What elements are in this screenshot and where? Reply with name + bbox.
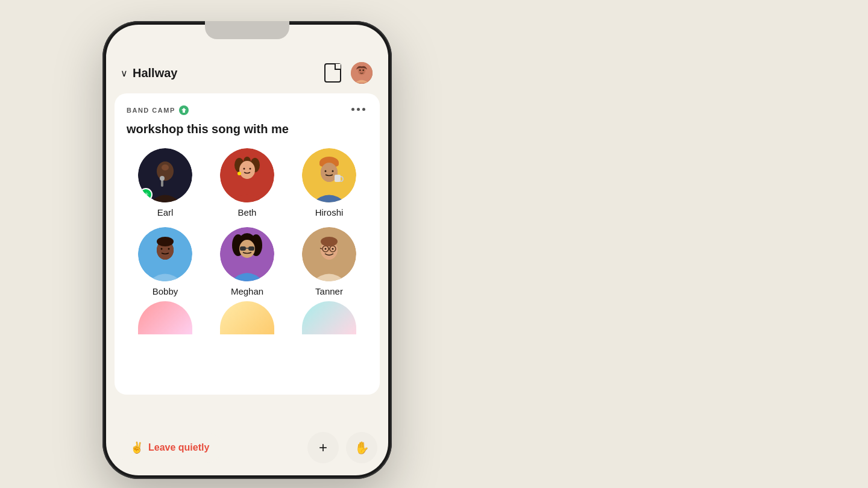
- card-header: BAND CAMP: [127, 105, 368, 115]
- portrait-hiroshi: [302, 148, 356, 202]
- bottom-right-buttons: + ✋: [307, 432, 377, 463]
- person-item-bobby[interactable]: Bobby: [127, 227, 204, 296]
- hand-icon: ✋: [354, 440, 370, 455]
- header-right: [324, 61, 374, 85]
- svg-point-6: [162, 164, 169, 170]
- chevron-down-icon[interactable]: ∨: [121, 67, 128, 79]
- avatar-beth: [220, 148, 274, 202]
- partial-people-row: [127, 301, 368, 334]
- avatar-bobby: [138, 227, 192, 281]
- portrait-meghan: [220, 227, 274, 281]
- people-grid: ✳ Earl: [127, 148, 368, 296]
- avatar-tanner: [302, 227, 356, 281]
- raise-hand-button[interactable]: ✋: [346, 432, 377, 463]
- add-icon: +: [319, 439, 327, 456]
- bottom-action-bar: ✌️ Leave quietly + ✋: [115, 432, 380, 463]
- svg-point-29: [161, 248, 163, 250]
- person-item-hiroshi[interactable]: Hiroshi: [291, 148, 368, 217]
- svg-point-48: [325, 248, 327, 250]
- svg-point-15: [237, 172, 241, 175]
- phone-mockup: ∨ Hallway: [102, 21, 392, 479]
- svg-point-23: [325, 170, 327, 172]
- portrait-bobby: [138, 227, 192, 281]
- svg-rect-25: [335, 175, 341, 182]
- svg-line-46: [320, 248, 322, 249]
- leave-label: Leave quietly: [148, 442, 209, 453]
- earl-badge: ✳: [139, 188, 153, 201]
- partial-person-3[interactable]: [291, 301, 368, 334]
- person-name-bobby: Bobby: [153, 286, 178, 296]
- dot2: [357, 108, 360, 111]
- dot1: [351, 108, 354, 111]
- app-header: ∨ Hallway: [106, 55, 388, 93]
- person-item-tanner[interactable]: Tanner: [291, 227, 368, 296]
- portrait-tanner: [302, 227, 356, 281]
- svg-point-50: [321, 237, 338, 246]
- phone-outer-shell: ∨ Hallway: [102, 21, 392, 479]
- app-title: Hallway: [133, 66, 177, 80]
- svg-point-31: [157, 237, 174, 246]
- card-label: BAND CAMP: [127, 107, 175, 114]
- svg-point-17: [250, 168, 251, 170]
- person-item-earl[interactable]: ✳ Earl: [127, 148, 204, 217]
- user-avatar[interactable]: [350, 61, 374, 85]
- main-card: BAND CAMP workshop this song with me: [115, 93, 380, 395]
- partial-avatar-2: [220, 301, 274, 334]
- avatar-meghan: [220, 227, 274, 281]
- svg-point-2: [359, 69, 361, 71]
- more-options-button[interactable]: [349, 105, 368, 113]
- phone-screen: ∨ Hallway: [106, 25, 388, 475]
- card-label-row: BAND CAMP: [127, 105, 189, 115]
- leave-quietly-button[interactable]: ✌️ Leave quietly: [117, 433, 222, 463]
- partial-avatar-3: [302, 301, 356, 334]
- person-name-hiroshi: Hiroshi: [315, 207, 344, 217]
- phone-notch: [205, 21, 289, 39]
- svg-point-3: [362, 69, 364, 71]
- add-button[interactable]: +: [307, 432, 339, 463]
- person-name-beth: Beth: [238, 207, 257, 217]
- home-svg: [181, 107, 187, 113]
- person-item-meghan[interactable]: Meghan: [209, 227, 286, 296]
- portrait-beth: [220, 148, 274, 202]
- home-icon: [179, 105, 189, 115]
- partial-person-1[interactable]: [127, 301, 204, 334]
- dot3: [362, 108, 365, 111]
- svg-point-5: [157, 161, 174, 181]
- person-name-meghan: Meghan: [231, 286, 263, 296]
- header-left: ∨ Hallway: [121, 66, 177, 80]
- person-name-earl: Earl: [157, 207, 174, 217]
- avatar-svg: [351, 61, 373, 85]
- avatar-hiroshi: [302, 148, 356, 202]
- svg-point-30: [168, 248, 170, 250]
- avatar-image: [351, 62, 373, 84]
- document-icon[interactable]: [324, 63, 341, 83]
- svg-point-16: [244, 168, 245, 170]
- partial-avatar-1: [138, 301, 192, 334]
- leave-emoji: ✌️: [130, 441, 143, 454]
- avatar-earl: ✳: [138, 148, 192, 202]
- svg-rect-38: [240, 246, 246, 251]
- svg-point-14: [239, 161, 255, 179]
- person-name-tanner: Tanner: [315, 286, 343, 296]
- svg-point-24: [332, 170, 334, 172]
- badge-symbol: ✳: [143, 191, 149, 199]
- svg-rect-39: [248, 246, 254, 251]
- person-item-beth[interactable]: Beth: [209, 148, 286, 217]
- svg-point-8: [160, 176, 165, 181]
- partial-person-2[interactable]: [209, 301, 286, 334]
- card-title: workshop this song with me: [127, 122, 368, 136]
- svg-point-49: [332, 248, 334, 250]
